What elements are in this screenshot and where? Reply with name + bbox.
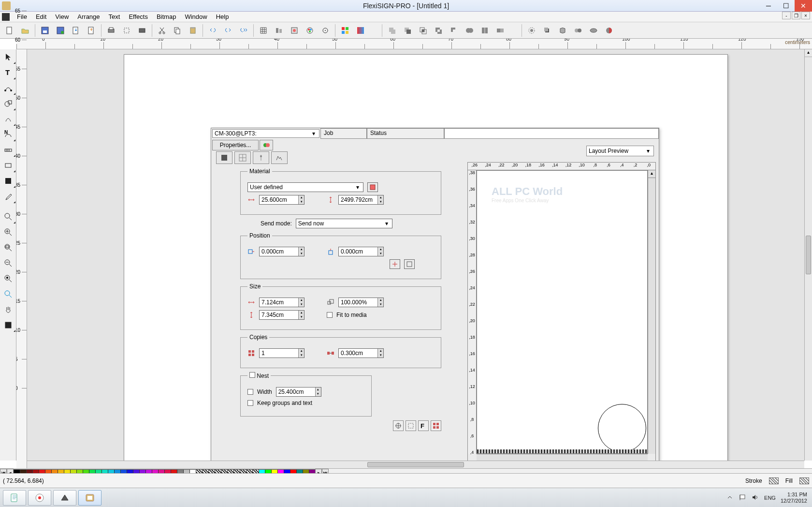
menu-edit[interactable]: Edit <box>31 13 51 20</box>
taskbar-item-1[interactable] <box>3 490 26 506</box>
menu-window[interactable]: Window <box>180 13 211 20</box>
trace-button[interactable] <box>287 24 302 37</box>
poll-size-button[interactable] <box>367 182 378 192</box>
path-edit-tool[interactable]: N <box>0 127 16 142</box>
zoom-in-tool[interactable] <box>0 224 16 240</box>
export-button[interactable] <box>84 24 99 37</box>
shape-weld-button[interactable] <box>462 24 477 37</box>
effect-lens-button[interactable] <box>586 24 601 37</box>
fit-to-media-checkbox[interactable] <box>327 312 333 318</box>
zoom-tool[interactable] <box>0 209 16 224</box>
nest-width-checkbox[interactable] <box>247 389 253 395</box>
zoom-page-tool[interactable] <box>0 240 16 255</box>
color-picker-button[interactable] <box>318 24 333 37</box>
preview-ruler-h[interactable]: ,26,24,22,20,18,16,14,12,10,8,6,4,2,0 <box>468 163 655 170</box>
rectangle-tool[interactable] <box>0 158 16 173</box>
effect-color-button[interactable] <box>602 24 616 37</box>
zoom-out-tool[interactable] <box>0 255 16 271</box>
undo-button[interactable] <box>205 24 220 37</box>
mdi-minimize-button[interactable]: - <box>782 12 791 19</box>
shape-intersect-button[interactable] <box>416 24 430 37</box>
weed-border-button[interactable] <box>406 420 416 431</box>
tray-clock[interactable]: 1:31 PM 12/27/2012 <box>781 492 809 503</box>
effect-blend-button[interactable] <box>571 24 585 37</box>
scale-input[interactable]: 100.000%▴▾ <box>338 298 384 307</box>
color-specs-button[interactable] <box>303 24 317 37</box>
zoom-previous-tool[interactable] <box>0 286 16 302</box>
nest-width-input[interactable]: 25.400cm▴▾ <box>276 387 321 397</box>
shape-union-button[interactable] <box>385 24 399 37</box>
menu-arrange[interactable]: Arrange <box>73 13 104 20</box>
measure-tool[interactable] <box>0 142 16 158</box>
bezier-tool[interactable] <box>0 80 16 96</box>
keep-groups-checkbox[interactable] <box>247 400 253 406</box>
import-button[interactable] <box>69 24 83 37</box>
shape-subtract-button[interactable] <box>400 24 415 37</box>
shape-exclude-button[interactable] <box>431 24 446 37</box>
registration-marks-button[interactable] <box>393 420 404 431</box>
align-button[interactable] <box>272 24 286 37</box>
shape-divide-button[interactable] <box>478 24 492 37</box>
shape-trim-button[interactable] <box>447 24 461 37</box>
preview-vscroll[interactable]: ▴ <box>648 170 655 454</box>
print-button[interactable] <box>104 24 118 37</box>
redo-all-button[interactable] <box>236 24 251 37</box>
interactive-position-button[interactable] <box>390 259 400 269</box>
properties-button[interactable]: Properties... <box>212 140 259 150</box>
menu-bitmap[interactable]: Bitmap <box>152 13 180 20</box>
nest-checkbox[interactable] <box>249 372 255 378</box>
shape-tool[interactable] <box>0 96 16 111</box>
tab-panel[interactable] <box>234 151 251 164</box>
job-info-button[interactable] <box>260 140 273 150</box>
position-x-input[interactable]: 0.000cm▴▾ <box>259 247 304 256</box>
cut-button[interactable] <box>155 24 169 37</box>
pan-tool[interactable] <box>0 302 16 317</box>
device-combo[interactable]: CM-300@LPT3: ▾ <box>212 129 319 138</box>
menu-effects[interactable]: Effects <box>124 13 152 20</box>
copy-button[interactable] <box>170 24 185 37</box>
size-w-input[interactable]: 7.124cm▴▾ <box>259 298 304 307</box>
open-button[interactable] <box>18 24 32 37</box>
tray-volume-icon[interactable] <box>752 494 759 502</box>
tray-flag-icon[interactable] <box>739 494 747 502</box>
zoom-selection-tool[interactable] <box>0 271 16 286</box>
tray-chevron-icon[interactable] <box>726 494 734 502</box>
main-hscroll[interactable] <box>27 461 804 468</box>
preview-ruler-v[interactable]: ,38,36,34,32,30,28,26,24,22,20,18,16,14,… <box>468 170 477 454</box>
gradient-button[interactable] <box>353 24 368 37</box>
show-me-button[interactable] <box>404 259 415 269</box>
fill-tool[interactable] <box>0 173 16 189</box>
tab-options[interactable] <box>253 151 269 164</box>
tile-button[interactable] <box>431 420 441 431</box>
mirror-button[interactable]: F <box>418 420 429 431</box>
tab-advanced[interactable] <box>271 151 288 164</box>
redo-button[interactable] <box>221 24 235 37</box>
selection-tool[interactable] <box>0 49 16 65</box>
taskbar-item-3[interactable] <box>53 490 76 506</box>
effect-outline-button[interactable] <box>524 24 539 37</box>
effect-distort-button[interactable] <box>555 24 570 37</box>
position-y-input[interactable]: 0.000cm▴▾ <box>338 247 384 256</box>
crop-tool[interactable] <box>0 317 16 333</box>
tray-lang-indicator[interactable]: ENG <box>764 495 776 501</box>
main-vscroll[interactable]: ▴ <box>804 49 812 461</box>
canvas-area[interactable]: CM-300@LPT3: ▾ Job Status Properties... … <box>27 49 804 461</box>
minimize-button[interactable]: ─ <box>760 0 777 12</box>
preview-hscroll[interactable] <box>477 454 648 461</box>
taskbar-item-2[interactable] <box>28 490 51 506</box>
size-h-input[interactable]: 7.345cm▴▾ <box>259 310 304 320</box>
paste-button[interactable] <box>186 24 200 37</box>
send-mode-combo[interactable]: Send now▾ <box>296 219 392 228</box>
save-to-cloud-button[interactable] <box>53 24 68 37</box>
rip-print-button[interactable] <box>135 24 149 37</box>
eyedropper-tool[interactable] <box>0 189 16 204</box>
text-tool[interactable]: T <box>0 65 16 80</box>
swatch-button[interactable] <box>338 24 352 37</box>
ruler-horizontal[interactable]: centimeters -100-90-80-70-60-50-40-30-20… <box>16 39 812 49</box>
copies-count-input[interactable]: 1▴▾ <box>259 348 304 358</box>
pencil-tool[interactable] <box>0 111 16 127</box>
menu-file[interactable]: File <box>13 13 31 20</box>
mdi-close-button[interactable]: × <box>801 12 810 19</box>
ruler-vertical[interactable]: 0510152025303540455055606570 <box>16 49 27 491</box>
menu-view[interactable]: View <box>51 13 73 20</box>
